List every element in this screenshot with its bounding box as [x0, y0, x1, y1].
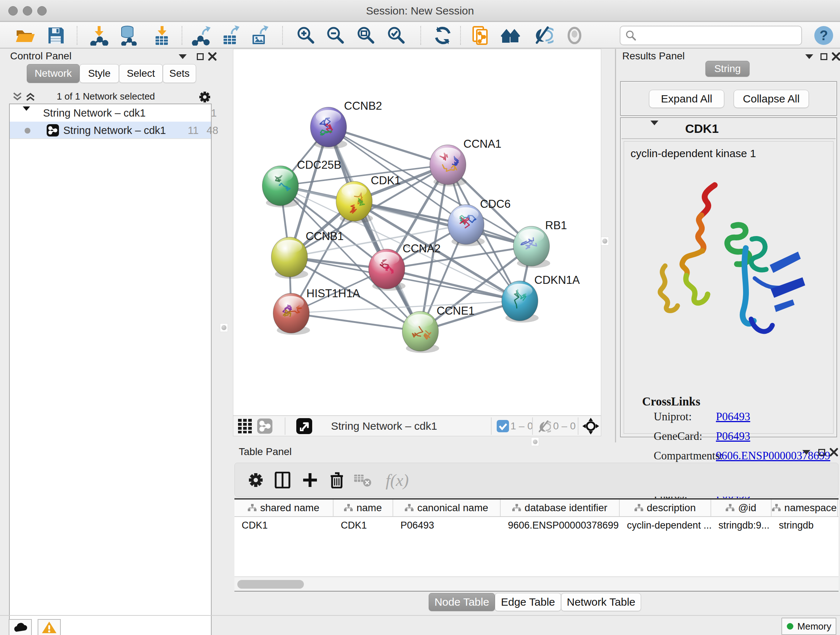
collapse-all-button[interactable]: Collapse All: [734, 90, 809, 108]
table-cell[interactable]: CDK1: [234, 517, 333, 534]
zoom-selected-icon[interactable]: [386, 25, 407, 46]
control-panel-close-icon[interactable]: [207, 51, 218, 62]
network-node-CCNE1[interactable]: CCNE1: [402, 304, 475, 353]
zoom-fit-icon[interactable]: [356, 25, 376, 46]
tab-select[interactable]: Select: [119, 64, 163, 83]
grid-view-icon[interactable]: [237, 418, 254, 434]
table-cell[interactable]: CDK1: [333, 517, 393, 534]
table-horizontal-scrollbar[interactable]: [234, 576, 838, 591]
table-cell[interactable]: 9606.ENSP00000378699: [501, 517, 620, 534]
column-header-namespace[interactable]: namespace: [772, 500, 838, 516]
table-cell[interactable]: cyclin-dependent ...: [620, 517, 711, 534]
tab-style[interactable]: Style: [80, 64, 119, 83]
search-input[interactable]: [640, 27, 801, 44]
network-options-gear-icon[interactable]: [198, 90, 211, 103]
control-panel-menu-icon[interactable]: [177, 51, 188, 62]
import-table-file-icon[interactable]: [151, 25, 172, 46]
table-toolbar: f(x): [234, 463, 838, 497]
show-columns-icon[interactable]: [272, 470, 293, 490]
tab-string[interactable]: String: [706, 61, 750, 77]
network-edge[interactable]: [328, 127, 448, 165]
column-header-database-identifier[interactable]: database identifier: [501, 500, 620, 516]
delete-table-icon[interactable]: [353, 470, 373, 490]
tab-sets[interactable]: Sets: [163, 64, 196, 83]
zoom-in-icon[interactable]: [296, 25, 316, 46]
network-view[interactable]: CCNB2CCNA1CDC25BCDK1CDC6RB1CCNB1CCNA2CDK…: [233, 49, 601, 436]
crosslink-link[interactable]: P06493: [716, 410, 750, 423]
selected-checkbox-icon[interactable]: [496, 418, 510, 434]
network-footer-toolbar: String Network – cdk1 1 – 0 0 – 0: [233, 415, 601, 436]
birdseye-crosshair-icon[interactable]: [582, 418, 600, 434]
home-layout-icon[interactable]: [501, 25, 521, 46]
control-panel-title: Control Panel: [10, 50, 72, 62]
network-node-RB1[interactable]: RB1: [513, 219, 567, 268]
column-header-shared-name[interactable]: shared name: [234, 500, 333, 516]
help-icon[interactable]: ?: [813, 25, 834, 46]
toolbar-separator: [182, 26, 182, 45]
export-network-icon[interactable]: [191, 25, 211, 46]
table-panel-menu-icon[interactable]: [801, 447, 812, 458]
crosslink-link[interactable]: P06493: [716, 430, 750, 443]
warning-status-button[interactable]: [38, 619, 61, 635]
add-column-icon[interactable]: [300, 470, 320, 490]
zoom-out-icon[interactable]: [325, 25, 346, 46]
delete-column-icon[interactable]: [327, 470, 347, 490]
column-header-label: name: [356, 502, 382, 514]
gene-entry-header[interactable]: CDK1: [622, 119, 836, 139]
show-hide-details-icon[interactable]: [533, 25, 554, 46]
edge-layer: [280, 127, 531, 331]
table-data-row[interactable]: CDK1CDK1P064939606.ENSP00000378699cyclin…: [234, 517, 838, 534]
tab-edge-table[interactable]: Edge Table: [495, 593, 561, 611]
tab-node-table[interactable]: Node Table: [429, 593, 495, 611]
cloud-status-button[interactable]: [9, 619, 32, 635]
right-splitter-handle[interactable]: [601, 237, 609, 245]
network-collection-row[interactable]: String Network – cdk1 1: [10, 104, 211, 122]
table-panel-float-icon[interactable]: [816, 447, 827, 458]
import-network-file-icon[interactable]: [89, 25, 109, 46]
export-table-icon[interactable]: [220, 25, 240, 46]
control-panel-float-icon[interactable]: [195, 51, 205, 62]
network-row[interactable]: String Network – cdk1 11 48: [10, 122, 211, 139]
network-node-CCNA1[interactable]: CCNA1: [430, 138, 501, 187]
network-canvas[interactable]: CCNB2CCNA1CDC25BCDK1CDC6RB1CCNB1CCNA2CDK…: [233, 49, 601, 415]
tab-network-table[interactable]: Network Table: [561, 593, 641, 611]
network-edge[interactable]: [291, 313, 420, 331]
results-panel-menu-icon[interactable]: [804, 51, 815, 62]
gene-expander-icon[interactable]: [651, 125, 658, 132]
table-cell[interactable]: stringdb: [772, 517, 838, 534]
column-header-name[interactable]: name: [333, 500, 393, 516]
eye-icon[interactable]: [564, 25, 584, 46]
collection-expander-icon[interactable]: [23, 111, 30, 123]
column-header-description[interactable]: description: [620, 500, 711, 516]
network-title: String Network – cdk1: [331, 418, 437, 434]
save-session-icon[interactable]: [46, 25, 66, 46]
main-toolbar: ?: [0, 22, 840, 49]
results-panel-close-icon[interactable]: [831, 51, 840, 62]
open-in-window-icon[interactable]: [295, 418, 313, 434]
column-type-icon: [344, 504, 353, 512]
column-header--id[interactable]: @id: [711, 500, 772, 516]
table-panel-close-icon[interactable]: [829, 447, 839, 458]
left-splitter-handle[interactable]: [220, 323, 228, 332]
hidden-eye-icon[interactable]: [536, 418, 552, 434]
refresh-view-icon[interactable]: [433, 25, 453, 46]
memory-button[interactable]: Memory: [782, 618, 836, 635]
export-image-icon[interactable]: [249, 25, 269, 46]
results-panel-float-icon[interactable]: [818, 51, 829, 62]
network-node-HIST1H1A[interactable]: HIST1H1A: [273, 287, 360, 335]
network-edge[interactable]: [328, 127, 420, 331]
table-cell[interactable]: P06493: [393, 517, 501, 534]
column-header-canonical-name[interactable]: canonical name: [393, 500, 501, 516]
function-builder-fx[interactable]: f(x): [377, 470, 417, 490]
table-cell[interactable]: stringdb:9...: [711, 517, 772, 534]
first-neighbors-icon[interactable]: [471, 25, 491, 46]
tab-network[interactable]: Network: [27, 64, 80, 83]
table-settings-gear-icon[interactable]: [246, 470, 266, 490]
network-node-CCNB1[interactable]: CCNB1: [271, 230, 344, 279]
open-session-icon[interactable]: [14, 25, 35, 46]
network-share-icon[interactable]: [256, 418, 273, 434]
import-network-database-icon[interactable]: [118, 25, 138, 46]
scrollbar-thumb[interactable]: [237, 580, 304, 589]
network-node-CDKN1A[interactable]: CDKN1A: [502, 274, 580, 323]
expand-all-button[interactable]: Expand All: [649, 90, 724, 108]
